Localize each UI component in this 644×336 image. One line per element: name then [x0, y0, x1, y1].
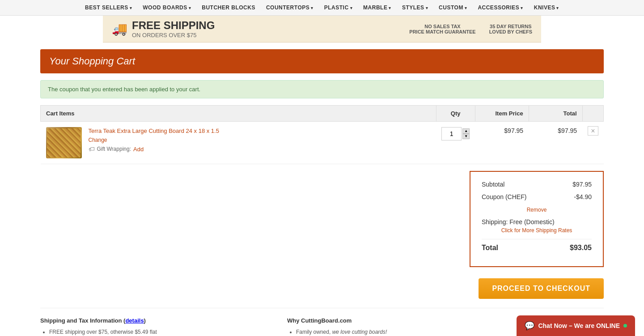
subtotal-value: $97.95: [572, 181, 592, 188]
col-header-qty: Qty: [436, 106, 475, 122]
product-info: Terra Teak Extra Large Cutting Board 24 …: [89, 127, 219, 153]
shipping-info-title: Shipping and Tax Information (details): [40, 317, 269, 324]
summary-area: Subtotal $97.95 Coupon (CHEF) -$4.90 Rem…: [40, 164, 604, 274]
page-title-bar: Your Shopping Cart: [40, 49, 604, 73]
gift-wrap-add-link[interactable]: Add: [133, 146, 144, 153]
nav-item-plastic[interactable]: PLASTIC▾: [319, 0, 358, 15]
cart-table: Cart Items Qty Item Price Total Terra Te…: [40, 105, 604, 164]
why-title: Why CuttingBoard.com: [287, 317, 516, 324]
banner-badge-1: NO SALES TAX PRICE MATCH GUARANTEE: [409, 24, 475, 34]
gift-wrap-label: Gift Wrapping:: [97, 146, 131, 152]
free-shipping-banner: 🚚 FREE SHIPPING ON ORDERS OVER $75 NO SA…: [103, 16, 541, 43]
remove-cell: ×: [582, 122, 603, 164]
nav-item-wood-boards[interactable]: WOOD BOARDS▾: [137, 0, 196, 15]
online-indicator: [623, 324, 627, 327]
subtotal-label: Subtotal: [482, 181, 504, 188]
nav-item-knives[interactable]: KNIVES▾: [529, 0, 564, 15]
qty-up-arrow[interactable]: ▲: [462, 128, 470, 134]
total-label: Total: [482, 244, 498, 252]
product-cell: Terra Teak Extra Large Cutting Board 24 …: [41, 122, 436, 164]
total-value: $93.05: [570, 244, 592, 252]
shipping-section: Shipping: Free (Domestic) Click for More…: [482, 218, 592, 234]
checkout-button[interactable]: PROCEED TO CHECKOUT: [479, 278, 604, 299]
coupon-label: Coupon (CHEF): [482, 193, 526, 200]
shipping-label: Shipping: Free (Domestic): [482, 218, 592, 225]
shipping-rates-link[interactable]: Click for More Shipping Rates: [482, 227, 592, 234]
remove-coupon-link[interactable]: Remove: [527, 207, 547, 213]
nav-item-best-sellers[interactable]: BEST SELLERS▾: [80, 0, 137, 15]
list-item: FREE shipping over $75, otherwise $5.49 …: [49, 328, 269, 336]
chat-widget[interactable]: 💬 Chat Now – We are ONLINE: [517, 315, 635, 336]
nav-item-custom[interactable]: CUSTOM▾: [433, 0, 472, 15]
nav-item-accessories[interactable]: ACCESSORIES▾: [472, 0, 528, 15]
col-header-remove: [582, 106, 603, 122]
coupon-value: -$4.90: [574, 193, 592, 200]
nav-item-styles[interactable]: STYLES▾: [397, 0, 433, 15]
page-title: Your Shopping Cart: [49, 55, 595, 67]
qty-down-arrow[interactable]: ▼: [462, 134, 470, 139]
col-header-total: Total: [529, 106, 582, 122]
main-content: The coupon that you entered has been app…: [40, 73, 604, 336]
product-image: [46, 127, 82, 158]
summary-box: Subtotal $97.95 Coupon (CHEF) -$4.90 Rem…: [470, 171, 604, 267]
shipping-details-link[interactable]: details: [125, 317, 144, 324]
subtotal-row: Subtotal $97.95: [482, 181, 592, 188]
tag-icon: 🏷: [89, 145, 95, 153]
item-price-cell: $97.95: [475, 122, 529, 164]
item-total-cell: $97.95: [529, 122, 582, 164]
checkout-area: PROCEED TO CHECKOUT: [40, 274, 604, 308]
free-shipping-text: FREE SHIPPING: [132, 19, 215, 32]
qty-input[interactable]: [441, 127, 462, 140]
nav-item-butcher-blocks[interactable]: BUTCHER BLOCKS: [196, 0, 261, 15]
main-nav: BEST SELLERS▾WOOD BOARDS▾BUTCHER BLOCKSC…: [0, 0, 644, 16]
total-row: Total $93.05: [482, 239, 592, 252]
shipping-info-col: Shipping and Tax Information (details) F…: [40, 317, 269, 336]
coupon-notice: The coupon that you entered has been app…: [40, 80, 604, 98]
change-link[interactable]: Change: [89, 137, 219, 143]
table-row: Terra Teak Extra Large Cutting Board 24 …: [41, 122, 604, 164]
remove-item-button[interactable]: ×: [588, 126, 598, 136]
chat-label: Chat Now – We are ONLINE: [538, 322, 620, 329]
coupon-row: Coupon (CHEF) -$4.90: [482, 193, 592, 200]
chat-icon: 💬: [525, 321, 534, 331]
col-header-items: Cart Items: [41, 106, 436, 122]
free-shipping-sub: ON ORDERS OVER $75: [132, 32, 215, 38]
nav-item-countertops[interactable]: COUNTERTOPS▾: [261, 0, 319, 15]
banner-badge-2: 35 DAY RETURNS LOVED BY CHEFS: [489, 24, 532, 34]
list-item: Family owned, we love cutting boards!: [296, 328, 516, 336]
product-link[interactable]: Terra Teak Extra Large Cutting Board 24 …: [89, 128, 219, 134]
nav-item-marble[interactable]: MARBLE▾: [358, 0, 397, 15]
truck-icon: 🚚: [112, 21, 127, 36]
qty-cell: ▲ ▼: [436, 122, 475, 164]
why-col: Why CuttingBoard.com Family owned, we lo…: [287, 317, 516, 336]
col-header-price: Item Price: [475, 106, 529, 122]
